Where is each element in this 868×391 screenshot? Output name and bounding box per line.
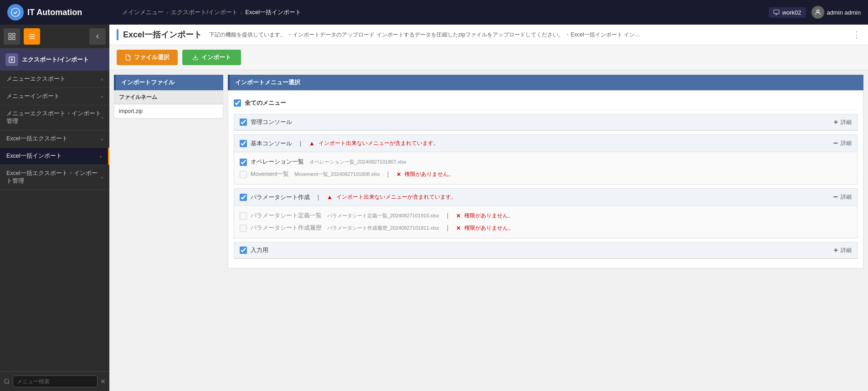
collapse-icon-parameter: −: [833, 192, 838, 202]
logo: IT Automation: [7, 4, 117, 21]
import-button[interactable]: インポート: [182, 50, 241, 65]
layout: エクスポート/インポート メニューエクスポート › メニューインポート › メニ…: [0, 25, 868, 391]
sidebar-item-menu-export-import[interactable]: メニューエクスポート・インポート管理 ›: [0, 105, 109, 130]
search-clear-icon[interactable]: ✕: [100, 378, 106, 385]
warning-icon-kihon: ▲: [309, 140, 315, 147]
sidebar: エクスポート/インポート メニューエクスポート › メニューインポート › メニ…: [0, 25, 109, 391]
expand-icon-kanri: +: [834, 118, 838, 126]
section-kanri-detail[interactable]: + 詳細: [834, 118, 852, 126]
svg-point-0: [11, 8, 20, 16]
search-input[interactable]: [13, 376, 98, 387]
param-hist-x-icon: ✕: [456, 225, 461, 232]
chevron-icon-0: ›: [101, 77, 103, 82]
sidebar-item-menu-export[interactable]: メニューエクスポート ›: [0, 71, 109, 88]
search-icon: [4, 378, 10, 385]
error-text-kihon: インポート出来ないメニューが含まれています。: [318, 139, 439, 147]
sidebar-collapse-btn[interactable]: [89, 28, 106, 45]
user-avatar: [812, 6, 824, 19]
section-kihon-body: オペレーション一覧 オペレーション一覧_20240827101807.xlsx …: [234, 152, 857, 184]
chevron-icon-2: ›: [101, 115, 103, 120]
sidebar-search-area: ✕: [0, 371, 109, 391]
more-icon[interactable]: ⋮: [853, 30, 861, 40]
error-text-parameter: インポート出来ないメニューが含まれています。: [336, 193, 457, 201]
user-menu[interactable]: admin admin: [812, 6, 861, 19]
menu-content: 全てのメニュー 管理コンソール + 詳細: [228, 90, 863, 268]
sidebar-item-menu-import[interactable]: メニューインポート ›: [0, 88, 109, 105]
logo-text: IT Automation: [27, 8, 82, 17]
workspace-label: work02: [782, 9, 801, 16]
param-hist-file: パラメータシート作成履歴_20240827101811.xlsx: [327, 225, 439, 232]
svg-rect-4: [13, 33, 15, 36]
file-table: ファイルネーム import.zip: [114, 90, 223, 119]
movement-x-icon: ✕: [396, 171, 401, 178]
svg-point-2: [817, 10, 819, 12]
topbar: IT Automation メインメニュー › エクスポート/インポート › E…: [0, 0, 868, 25]
section-input-detail[interactable]: + 詳細: [834, 246, 852, 254]
file-icon: [125, 54, 131, 61]
sidebar-item-excel-import[interactable]: Excel一括インポート ›: [0, 148, 109, 165]
operation-checkbox[interactable]: [240, 159, 247, 166]
param-def-x-icon: ✕: [456, 213, 461, 219]
right-panel-header: インポートメニュー選択: [228, 75, 863, 90]
chevron-icon-5: ›: [101, 175, 103, 180]
svg-point-11: [5, 379, 9, 383]
page-title: Excel一括インポート: [117, 29, 202, 40]
warning-icon-parameter: ▲: [327, 194, 333, 201]
sub-item-operation: オペレーション一覧 オペレーション一覧_20240827101807.xlsx: [240, 156, 852, 168]
sub-item-param-def: パラメータシート定義一覧 パラメータシート定義一覧_20240827101910…: [240, 210, 852, 222]
file-select-button[interactable]: ファイル選択: [117, 50, 178, 65]
section-parameter-header: パラメータシート作成 ｜ ▲ インポート出来ないメニューが含まれています。 − …: [234, 189, 857, 206]
import-icon: [192, 54, 199, 61]
section-kihon-detail[interactable]: − 詳細: [833, 139, 852, 148]
sidebar-item-excel-export[interactable]: Excel一括エクスポート ›: [0, 130, 109, 148]
breadcrumb-sep-1: ›: [166, 9, 168, 16]
page-header: Excel一括インポート 下記の機能を提供しています。 ・インポートデータのアッ…: [109, 25, 868, 45]
section-parameter-checkbox[interactable]: [240, 194, 247, 201]
sub-item-movement: Movement一覧 Movement一覧_20240827101808.xls…: [240, 168, 852, 180]
svg-line-12: [8, 383, 10, 384]
section-kanri-header: 管理コンソール + 詳細: [234, 114, 857, 130]
user-label: admin admin: [827, 9, 861, 16]
section-kihon-left: 基本コンソール ｜ ▲ インポート出来ないメニューが含まれています。: [240, 139, 439, 148]
chevron-icon-3: ›: [101, 136, 103, 142]
section-input: 入力用 + 詳細: [234, 242, 858, 259]
param-def-error: 権限がありません。: [464, 212, 514, 220]
sidebar-list-icon[interactable]: [24, 28, 40, 45]
sidebar-section-label: エクスポート/インポート: [22, 56, 89, 64]
section-input-left: 入力用: [240, 246, 268, 254]
sidebar-grid-icon[interactable]: [4, 28, 20, 45]
sidebar-top: [0, 25, 109, 49]
svg-rect-1: [774, 10, 779, 14]
collapse-icon-kihon: −: [833, 139, 838, 148]
content-area: インポートファイル ファイルネーム import.zip インポートメニュー選択: [109, 70, 868, 391]
toolbar: ファイル選択 インポート: [109, 45, 868, 70]
breadcrumb-1[interactable]: メインメニュー: [122, 8, 164, 16]
section-parameter-detail[interactable]: − 詳細: [833, 192, 852, 202]
logo-icon: [7, 4, 24, 21]
all-menu-checkbox[interactable]: [234, 99, 241, 107]
right-panel: インポートメニュー選択 全てのメニュー 管理コンソール: [228, 75, 863, 386]
movement-file: Movement一覧_20240827101808.xlsx: [294, 171, 380, 178]
movement-error: 権限がありません。: [405, 170, 454, 178]
breadcrumb-2[interactable]: エクスポート/インポート: [171, 8, 238, 16]
sidebar-item-excel-export-import[interactable]: Excel一括エクスポート・インポート管理 ›: [0, 165, 109, 190]
sub-item-param-hist: パラメータシート作成履歴 パラメータシート作成履歴_20240827101811…: [240, 222, 852, 234]
file-table-row: import.zip: [114, 104, 223, 118]
section-parameter: パラメータシート作成 ｜ ▲ インポート出来ないメニューが含まれています。 − …: [234, 188, 858, 238]
svg-rect-3: [9, 33, 11, 36]
param-hist-error: 権限がありません。: [464, 224, 514, 232]
section-input-checkbox[interactable]: [240, 247, 247, 254]
all-menu-row: 全てのメニュー: [234, 96, 858, 110]
section-kanri-checkbox[interactable]: [240, 118, 247, 126]
file-table-header: ファイルネーム: [114, 91, 223, 104]
breadcrumb-sep-2: ›: [241, 9, 242, 16]
workspace-selector[interactable]: work02: [769, 7, 806, 18]
sidebar-section-icon: [5, 53, 18, 66]
movement-checkbox: [240, 171, 247, 178]
section-kihon-checkbox[interactable]: [240, 140, 247, 147]
section-parameter-left: パラメータシート作成 ｜ ▲ インポート出来ないメニューが含まれています。: [240, 193, 457, 201]
left-panel-header: インポートファイル: [114, 75, 223, 90]
chevron-icon-1: ›: [101, 94, 103, 99]
section-parameter-body: パラメータシート定義一覧 パラメータシート定義一覧_20240827101910…: [234, 206, 857, 238]
operation-file: オペレーション一覧_20240827101807.xlsx: [309, 159, 406, 165]
